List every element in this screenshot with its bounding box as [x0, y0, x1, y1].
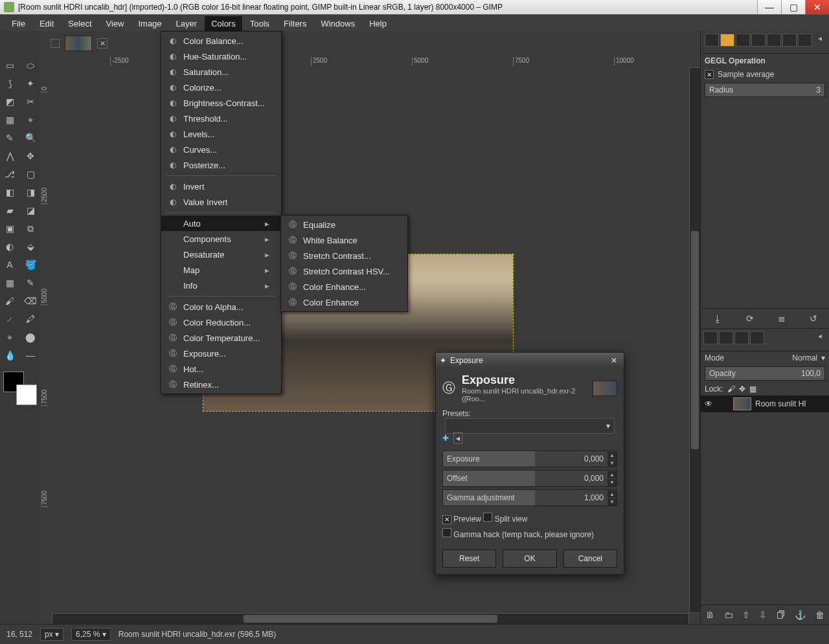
delete-layer-icon[interactable]: 🗑	[815, 610, 824, 620]
tool-button[interactable]: ▰	[1, 202, 19, 219]
tool-button[interactable]: 💧	[1, 347, 19, 364]
tool-button[interactable]: ▣	[1, 220, 19, 237]
menu-item[interactable]: ⒼExposure...	[161, 346, 281, 361]
tool-button[interactable]: ⟆	[1, 75, 19, 92]
chevron-down-icon[interactable]: ▾	[821, 353, 825, 362]
menu-item[interactable]: ⒼColor Reduction...	[161, 315, 281, 330]
tool-button[interactable]: ⬭	[21, 57, 40, 74]
scrollbar-thumb[interactable]	[244, 615, 498, 623]
dialog-close-button[interactable]: ✕	[608, 355, 620, 366]
menu-item[interactable]: ◐Invert	[161, 179, 281, 194]
menu-item[interactable]: ◐Posterize...	[161, 157, 281, 173]
menu-item[interactable]: Desaturate▸	[161, 247, 281, 262]
layer-name[interactable]: Room sunlit HI	[755, 399, 806, 408]
tool-button[interactable]: ▭	[1, 57, 19, 74]
menu-filters[interactable]: Filters	[277, 16, 313, 31]
slider-row[interactable]: Offset0,000▲▼	[442, 470, 617, 487]
menu-item[interactable]: ◐Curves...	[161, 142, 281, 157]
tool-button[interactable]: 🖌	[1, 293, 19, 309]
radius-field[interactable]: Radius 3	[705, 83, 825, 97]
reset-icon[interactable]: ↺	[810, 313, 817, 324]
menu-item[interactable]: ◐Color Balance...	[161, 33, 281, 49]
tool-button[interactable]: ✦	[21, 75, 40, 92]
menu-item[interactable]: ⒼStretch Contrast...	[281, 248, 407, 263]
dock-tab[interactable]	[767, 34, 781, 47]
splitview-checkbox[interactable]	[483, 513, 492, 522]
menu-item[interactable]: Map▸	[161, 262, 281, 278]
menu-item[interactable]: ◐Brightness-Contrast...	[161, 95, 281, 111]
menu-item[interactable]: Auto▸	[161, 216, 281, 231]
ok-button[interactable]: OK	[503, 550, 556, 568]
tool-button[interactable]: 🔍	[21, 129, 40, 146]
layer-group-icon[interactable]: 🗀	[724, 610, 733, 620]
tool-button[interactable]: ⬤	[21, 329, 40, 346]
scrollbar-vertical[interactable]	[689, 67, 701, 613]
tool-button[interactable]: ✎	[21, 274, 40, 291]
dialog-titlebar[interactable]: ✦ Exposure ✕	[436, 353, 624, 368]
undo-tab[interactable]	[750, 331, 764, 344]
tool-button[interactable]: 🪣	[21, 256, 40, 273]
menu-tools[interactable]: Tools	[244, 16, 276, 31]
menu-item[interactable]: ◐Saturation...	[161, 64, 281, 80]
tool-button[interactable]: ◧	[1, 184, 19, 201]
tool-button[interactable]: ▦	[1, 111, 19, 128]
tool-button[interactable]: ⌫	[21, 293, 40, 309]
scrollbar-horizontal[interactable]	[52, 613, 689, 625]
tool-button[interactable]: ◐	[1, 238, 19, 255]
anchor-layer-icon[interactable]: ⚓	[795, 610, 806, 620]
layers-tab[interactable]	[703, 331, 718, 344]
background-swatch[interactable]	[16, 384, 37, 405]
dock-tab[interactable]	[751, 34, 766, 47]
menu-item[interactable]: Components▸	[161, 231, 281, 247]
tab-toggle-icon[interactable]	[51, 39, 60, 48]
raise-layer-icon[interactable]: ⇧	[742, 610, 750, 620]
slider-value[interactable]: 0,000	[535, 471, 608, 486]
menu-item[interactable]: ⒼEqualize	[281, 217, 407, 232]
sample-average-checkbox[interactable]: ✕	[705, 70, 714, 79]
mode-value[interactable]: Normal	[792, 353, 817, 362]
menu-item[interactable]: ◐Hue-Saturation...	[161, 49, 281, 64]
menu-file[interactable]: File	[5, 16, 32, 31]
menu-item[interactable]: ◐Levels...	[161, 126, 281, 142]
tool-button[interactable]: ◨	[21, 184, 40, 201]
maximize-button[interactable]: ▢	[781, 0, 805, 14]
menu-help[interactable]: Help	[363, 16, 393, 31]
tool-button[interactable]: ▦	[1, 274, 19, 291]
image-tab-thumb[interactable]	[65, 36, 92, 51]
image-tab-close[interactable]: ✕	[97, 38, 108, 49]
menu-item[interactable]: ⒼStretch Contrast HSV...	[281, 263, 407, 279]
spinner[interactable]: ▲▼	[608, 490, 617, 505]
dock-tab-menu[interactable]: ◂	[813, 331, 826, 343]
new-layer-icon[interactable]: 🗎	[705, 610, 714, 620]
preview-checkbox[interactable]: ✕	[442, 515, 451, 524]
tool-button[interactable]: ✥	[21, 148, 40, 164]
dock-tab[interactable]	[720, 34, 734, 47]
opacity-field[interactable]: Opacity 100,0	[705, 366, 825, 381]
tool-button[interactable]: ▢	[21, 166, 40, 183]
layer-row[interactable]: 👁 Room sunlit HI	[701, 395, 829, 412]
tool-button[interactable]: A	[1, 256, 19, 273]
menu-item[interactable]: ◐Threshold...	[161, 111, 281, 126]
gammahack-checkbox[interactable]	[442, 528, 451, 537]
close-button[interactable]: ✕	[805, 0, 829, 14]
tool-button[interactable]: 🖍	[21, 311, 40, 328]
menu-colors[interactable]: Colors	[205, 16, 242, 31]
duplicate-layer-icon[interactable]: 🗍	[777, 610, 786, 620]
menu-item[interactable]: ⒼColor Enhance	[281, 294, 407, 310]
menu-view[interactable]: View	[100, 16, 131, 31]
menu-image[interactable]: Image	[131, 16, 168, 31]
tool-button[interactable]: ⎇	[1, 166, 19, 183]
dock-tab[interactable]	[736, 34, 750, 47]
slider-row[interactable]: Exposure0,000▲▼	[442, 450, 617, 467]
menu-item[interactable]: ⒼColor to Alpha...	[161, 299, 281, 315]
menu-item[interactable]: Info▸	[161, 278, 281, 293]
menu-layer[interactable]: Layer	[170, 16, 204, 31]
scrollbar-thumb[interactable]	[691, 231, 699, 449]
color-swatches[interactable]	[3, 372, 37, 405]
refresh-icon[interactable]: ⟳	[746, 313, 754, 324]
unit-select[interactable]: px ▾	[40, 628, 63, 641]
tool-button[interactable]: ✎	[1, 129, 19, 146]
lock-position-icon[interactable]: ✥	[739, 384, 745, 394]
channels-tab[interactable]	[719, 331, 733, 344]
reset-button[interactable]: Reset	[442, 550, 496, 568]
